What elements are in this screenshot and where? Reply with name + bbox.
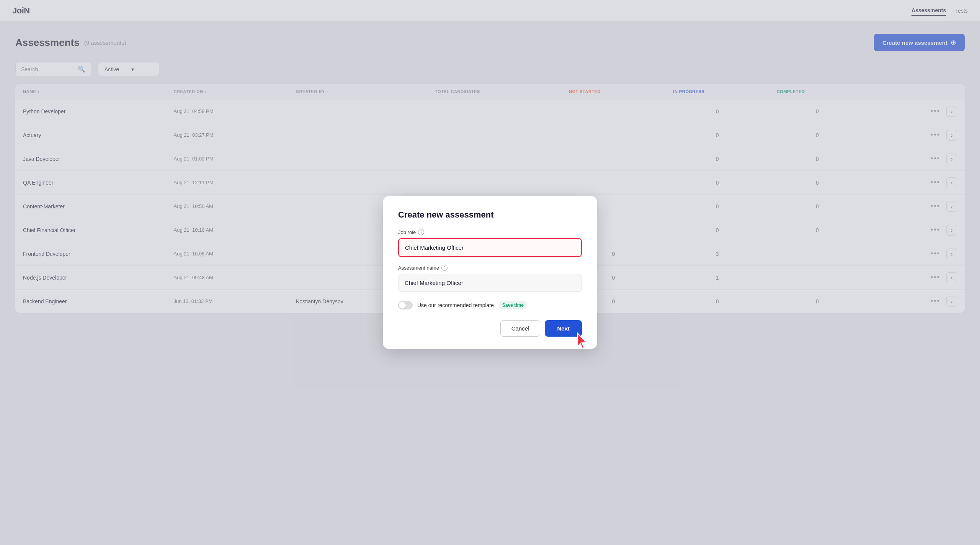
modal-overlay[interactable]: Create new assessment Job role ? Assessm…: [0, 0, 980, 545]
cancel-button[interactable]: Cancel: [500, 320, 541, 337]
assessment-name-help-icon[interactable]: ?: [441, 265, 448, 271]
assessment-name-label: Assessment name ?: [398, 265, 582, 271]
save-time-badge: Save time: [498, 301, 528, 309]
modal-actions: Cancel Next: [398, 320, 582, 337]
job-role-help-icon[interactable]: ?: [418, 229, 424, 235]
template-label: Use our recommended template: [417, 302, 494, 308]
template-row: Use our recommended template Save time: [398, 301, 582, 309]
job-role-label: Job role ?: [398, 229, 582, 235]
job-role-input[interactable]: [398, 238, 582, 257]
create-assessment-modal: Create new assessment Job role ? Assessm…: [383, 196, 597, 349]
template-toggle[interactable]: [398, 301, 413, 309]
assessment-name-input[interactable]: [398, 274, 582, 292]
modal-title: Create new assessment: [398, 210, 582, 220]
toggle-knob: [399, 302, 406, 309]
next-button[interactable]: Next: [545, 320, 582, 337]
